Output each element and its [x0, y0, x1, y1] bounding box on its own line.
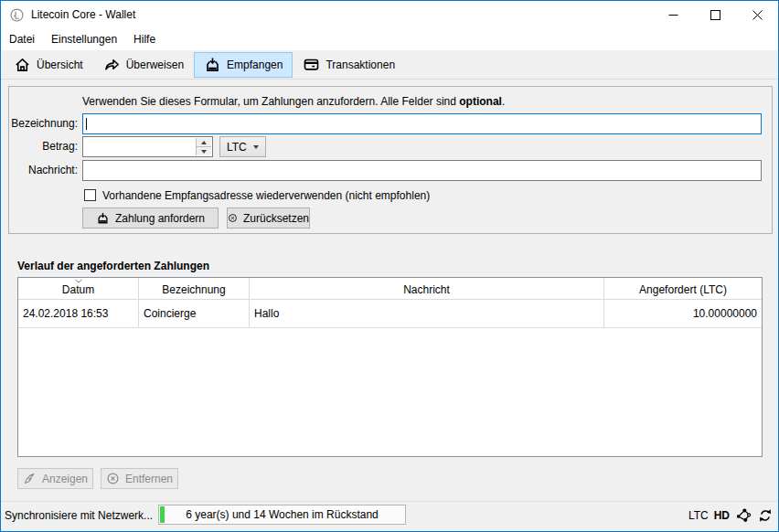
message-field-label: Nachricht:	[9, 164, 78, 176]
maximize-icon	[710, 10, 720, 20]
history-title: Verlauf der angeforderten Zahlungen	[17, 260, 209, 272]
label-input[interactable]	[82, 113, 762, 134]
window-title: Litecoin Core - Wallet	[31, 8, 135, 21]
show-request-button[interactable]: Anzeigen	[17, 468, 93, 489]
chevron-down-icon	[253, 145, 259, 149]
menu-einstellungen[interactable]: Einstellungen	[43, 28, 125, 50]
sort-descending-icon	[74, 279, 82, 283]
request-payment-form: Verwenden Sie dieses Formular, um Zahlun…	[8, 86, 773, 234]
toolbar: Übersicht Überweisen Empfangen Transakti…	[1, 50, 778, 80]
receive-inbox-icon	[204, 56, 221, 73]
status-indicators: LTC HD	[688, 507, 774, 524]
spin-up-button[interactable]	[197, 138, 211, 147]
request-payment-label: Zahlung anfordern	[115, 212, 205, 225]
clear-form-button[interactable]: Zurücksetzen	[227, 207, 310, 229]
hd-wallet-badge: HD	[714, 509, 730, 522]
progress-label: 6 year(s) und 14 Wochen im Rückstand	[186, 508, 379, 521]
table-row[interactable]: 24.02.2018 16:53 Coincierge Hallo 10.000…	[18, 300, 762, 328]
show-request-label: Anzeigen	[42, 473, 88, 485]
menu-datei[interactable]: Datei	[1, 28, 43, 50]
tab-label: Empfangen	[227, 59, 283, 71]
clear-form-label: Zurücksetzen	[243, 212, 309, 225]
column-label: Nachricht	[403, 283, 450, 296]
table-header-row: Datum Bezeichnung Nachricht Angefordert …	[18, 278, 762, 300]
app-window: Litecoin Core - Wallet Datei Einstellung…	[0, 0, 779, 532]
unit-display[interactable]: LTC	[688, 509, 709, 522]
instruction-bold: optional	[459, 95, 502, 108]
cell-nachricht: Hallo	[250, 300, 604, 327]
tab-transaktionen[interactable]: Transaktionen	[293, 52, 405, 78]
column-header-nachricht[interactable]: Nachricht	[250, 278, 604, 299]
unit-dropdown[interactable]: LTC	[219, 136, 266, 157]
pen-icon	[23, 472, 37, 485]
spin-down-icon	[201, 150, 207, 154]
tab-uebersicht[interactable]: Übersicht	[4, 52, 93, 78]
sync-refresh-icon[interactable]	[757, 507, 774, 524]
status-bar: Synchronisiere mit Netzwerk... 6 year(s)…	[1, 501, 778, 531]
circle-x-icon	[228, 211, 238, 225]
label-field-label: Bezeichnung:	[9, 117, 78, 130]
message-input[interactable]	[82, 160, 762, 181]
minimize-button[interactable]	[652, 1, 694, 28]
instruction-period: .	[502, 95, 505, 108]
circle-x-icon	[106, 472, 120, 485]
remove-request-button[interactable]: Entfernen	[101, 468, 178, 489]
request-payment-button[interactable]: Zahlung anfordern	[82, 207, 219, 229]
tab-label: Überweisen	[126, 59, 184, 71]
minimize-icon	[668, 10, 678, 20]
spin-down-button[interactable]	[197, 147, 211, 155]
tab-label: Transaktionen	[325, 59, 395, 71]
requested-payments-table: Datum Bezeichnung Nachricht Angefordert …	[17, 277, 763, 457]
column-label: Datum	[62, 283, 94, 296]
litecoin-app-icon	[9, 7, 25, 23]
tab-empfangen[interactable]: Empfangen	[194, 52, 293, 78]
progress-fill	[160, 506, 165, 523]
close-button[interactable]	[736, 1, 778, 28]
menu-hilfe[interactable]: Hilfe	[125, 28, 164, 50]
unit-selected-value: LTC	[227, 141, 247, 154]
sync-status-text: Synchronisiere mit Netzwerk...	[5, 509, 153, 522]
tab-ueberweisen[interactable]: Überweisen	[93, 52, 194, 78]
cell-datum: 24.02.2018 16:53	[18, 300, 139, 327]
send-arrow-icon	[103, 56, 121, 73]
amount-input[interactable]	[82, 136, 213, 157]
tab-label: Übersicht	[37, 59, 83, 71]
column-label: Angefordert (LTC)	[639, 283, 727, 296]
receive-inbox-icon	[96, 211, 110, 225]
window-controls	[652, 1, 778, 28]
home-icon	[14, 56, 31, 73]
reuse-address-checkbox[interactable]	[84, 189, 96, 201]
remove-request-label: Entfernen	[125, 473, 173, 485]
instruction-text: Verwenden Sie dieses Formular, um Zahlun…	[82, 95, 459, 108]
column-label: Bezeichnung	[162, 283, 225, 296]
column-header-angefordert[interactable]: Angefordert (LTC)	[604, 278, 762, 299]
cell-angefordert: 10.00000000	[604, 300, 762, 327]
amount-spinner	[196, 138, 211, 155]
amount-field-label: Betrag:	[9, 140, 78, 153]
maximize-button[interactable]	[694, 1, 736, 28]
text-caret	[86, 118, 87, 130]
menu-bar: Datei Einstellungen Hilfe	[1, 28, 778, 50]
table-empty-area	[18, 328, 762, 456]
spin-up-icon	[201, 141, 207, 144]
title-bar: Litecoin Core - Wallet	[1, 1, 778, 28]
reuse-address-label: Vorhandene Empfangsadresse wiederverwend…	[102, 189, 430, 202]
network-connections-icon[interactable]	[735, 507, 752, 524]
column-header-datum[interactable]: Datum	[18, 278, 139, 299]
cell-bezeichnung: Coincierge	[139, 300, 250, 327]
form-instruction: Verwenden Sie dieses Formular, um Zahlun…	[82, 95, 505, 108]
sync-progress-bar: 6 year(s) und 14 Wochen im Rückstand	[158, 505, 406, 525]
credit-card-icon	[303, 56, 320, 73]
column-header-bezeichnung[interactable]: Bezeichnung	[139, 278, 250, 299]
close-icon	[752, 10, 763, 20]
